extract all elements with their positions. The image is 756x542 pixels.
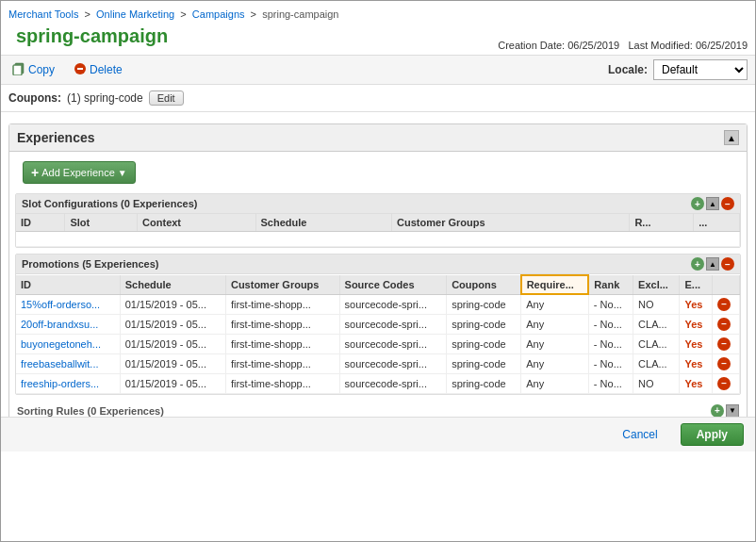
promotions-section-controls: + ▲ −	[691, 257, 734, 271]
promo-up-btn[interactable]: ▲	[706, 257, 719, 271]
copy-button[interactable]: Copy	[8, 60, 58, 80]
promo-customer-groups: first-time-shopp...	[225, 353, 339, 373]
promo-schedule: 01/15/2019 - 05...	[120, 334, 225, 353]
row-remove-btn[interactable]: −	[717, 357, 731, 370]
promo-remove-cell: −	[713, 334, 740, 353]
page-footer: Cancel Apply	[1, 417, 755, 452]
promo-col-source-codes: Source Codes	[339, 275, 447, 294]
slot-table: ID Slot Context Schedule Customer Groups…	[16, 214, 740, 247]
slot-col-schedule: Schedule	[255, 214, 392, 232]
slot-configurations-section: Slot Configurations (0 Experiences) + ▲ …	[15, 193, 741, 248]
row-remove-btn[interactable]: −	[717, 337, 731, 351]
promo-source-codes: sourcecode-spri...	[339, 373, 447, 393]
promo-coupons: spring-code	[447, 314, 521, 334]
promo-source-codes: sourcecode-spri...	[339, 294, 447, 314]
slot-section-controls: + ▲ −	[691, 197, 734, 210]
slot-remove-btn[interactable]: −	[721, 197, 734, 210]
main-content: Experiences ▲ + Add Experience ▼ Slot Co…	[1, 112, 755, 452]
promo-row: buyonegetoneh...01/15/2019 - 05...first-…	[16, 334, 740, 353]
slot-add-btn[interactable]: +	[691, 197, 704, 210]
slot-col-r: R...	[630, 214, 694, 232]
promo-col-remove	[713, 275, 740, 294]
promo-customer-groups: first-time-shopp...	[225, 334, 339, 353]
slot-configurations-title: Slot Configurations (0 Experiences)	[22, 198, 197, 209]
promo-row: 15%off-orderso...01/15/2019 - 05...first…	[16, 294, 740, 314]
copy-icon	[12, 62, 25, 78]
promo-col-id: ID	[16, 275, 120, 294]
promo-remove-btn[interactable]: −	[721, 257, 734, 271]
promo-id[interactable]: freebaseballwit...	[16, 353, 120, 373]
promo-coupons: spring-code	[447, 353, 521, 373]
promo-required: Any	[521, 294, 589, 314]
promo-e: Yes	[680, 373, 713, 393]
row-remove-btn[interactable]: −	[717, 377, 731, 390]
slot-up-btn[interactable]: ▲	[706, 197, 719, 210]
cancel-button[interactable]: Cancel	[607, 424, 672, 445]
promo-id[interactable]: 15%off-orderso...	[16, 294, 120, 314]
promo-e: Yes	[680, 334, 713, 353]
delete-button[interactable]: Delete	[70, 60, 126, 80]
slot-col-id: ID	[16, 214, 65, 232]
promo-required: Any	[521, 334, 589, 353]
plus-icon: +	[31, 165, 39, 180]
promotions-title: Promotions (5 Experiences)	[22, 258, 159, 270]
sorting-rules-title: Sorting Rules (0 Experiences)	[17, 405, 164, 417]
promo-excl: CLA...	[633, 353, 680, 373]
promo-source-codes: sourcecode-spri...	[339, 314, 447, 334]
promo-col-customer-groups: Customer Groups	[225, 275, 339, 294]
promo-remove-cell: −	[713, 314, 740, 334]
promo-add-btn[interactable]: +	[691, 257, 704, 271]
sorting-down-btn[interactable]: ▼	[726, 404, 739, 418]
row-remove-btn[interactable]: −	[717, 318, 731, 331]
promo-col-coupons: Coupons	[447, 275, 521, 294]
promo-id[interactable]: freeship-orders...	[16, 373, 120, 393]
breadcrumb-campaigns[interactable]: Campaigns	[192, 8, 245, 20]
add-exp-dropdown-icon: ▼	[118, 168, 127, 178]
breadcrumb-online-marketing[interactable]: Online Marketing	[96, 8, 174, 20]
promo-excl: NO	[633, 373, 680, 393]
slot-empty-cell	[16, 232, 740, 247]
row-remove-btn[interactable]: −	[717, 298, 731, 311]
apply-button[interactable]: Apply	[681, 423, 744, 446]
experiences-header: Experiences ▲	[9, 124, 747, 152]
sorting-rules-controls: + ▼	[711, 404, 739, 418]
promo-remove-cell: −	[713, 373, 740, 393]
slot-col-slot: Slot	[65, 214, 138, 232]
promo-rank: - No...	[588, 353, 633, 373]
promo-customer-groups: first-time-shopp...	[225, 314, 339, 334]
promo-schedule: 01/15/2019 - 05...	[120, 353, 225, 373]
experiences-collapse-btn[interactable]: ▲	[724, 130, 739, 145]
promo-rank: - No...	[588, 294, 633, 314]
experiences-title: Experiences	[17, 130, 95, 145]
promo-remove-cell: −	[713, 294, 740, 314]
breadcrumb: Merchant Tools > Online Marketing > Camp…	[1, 1, 755, 24]
promo-e: Yes	[680, 353, 713, 373]
promo-excl: CLA...	[633, 334, 680, 353]
coupons-row: Coupons: (1) spring-code Edit	[1, 85, 755, 112]
promo-col-rank: Rank	[588, 275, 633, 294]
promo-col-excl: Excl...	[633, 275, 680, 294]
promo-id[interactable]: buyonegetoneh...	[16, 334, 120, 353]
promo-coupons: spring-code	[447, 294, 521, 314]
add-experience-button[interactable]: + Add Experience ▼	[23, 161, 136, 184]
svg-rect-1	[13, 65, 22, 75]
sorting-add-btn[interactable]: +	[711, 404, 724, 418]
meta-dates: Creation Date: 06/25/2019 Last Modified:…	[498, 40, 748, 51]
promotions-table: ID Schedule Customer Groups Source Codes…	[16, 274, 740, 394]
collapse-icon: ▲	[727, 133, 736, 143]
promo-excl: CLA...	[633, 314, 680, 334]
promo-remove-cell: −	[713, 353, 740, 373]
promo-required: Any	[521, 373, 589, 393]
promo-required: Any	[521, 353, 589, 373]
promo-id[interactable]: 20off-brandxsu...	[16, 314, 120, 334]
promo-col-schedule: Schedule	[120, 275, 225, 294]
locale-select[interactable]: Default	[653, 59, 748, 80]
promo-col-required[interactable]: Require...	[521, 275, 589, 294]
coupons-edit-button[interactable]: Edit	[149, 90, 184, 106]
experiences-section: Experiences ▲ + Add Experience ▼ Slot Co…	[8, 123, 748, 444]
promo-col-e: E...	[680, 275, 713, 294]
promo-excl: NO	[633, 294, 680, 314]
delete-icon	[74, 62, 87, 78]
slot-configurations-header: Slot Configurations (0 Experiences) + ▲ …	[16, 194, 740, 214]
breadcrumb-merchant-tools[interactable]: Merchant Tools	[8, 8, 78, 20]
